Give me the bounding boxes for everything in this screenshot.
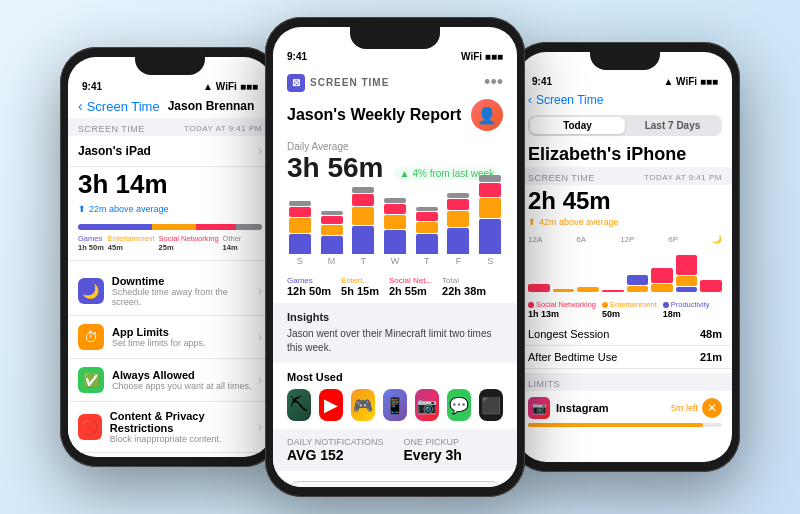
- content-privacy-sub: Block inappropriate content.: [110, 434, 258, 444]
- time-left: 9:41: [82, 81, 102, 92]
- app-limits-icon: ⏱: [78, 324, 104, 350]
- bar-entertainment: [152, 224, 196, 230]
- legend-social: Social Networking 1h 13m: [528, 300, 596, 319]
- segment-7days[interactable]: Last 7 Days: [625, 117, 720, 134]
- screen-time-section-label: SCREEN TIME Today at 9:41 PM: [68, 118, 272, 136]
- limit-bar-instagram: [528, 423, 722, 427]
- notif-pickup: One Pickup Every 3h: [404, 437, 462, 463]
- segment-today[interactable]: Today: [530, 117, 625, 134]
- today-label-left: Today at 9:41 PM: [184, 124, 262, 133]
- summary-games: Games 12h 50m: [287, 276, 331, 297]
- nav-back-left[interactable]: ‹ Screen Time Jason Brennan: [68, 96, 272, 118]
- downtime-icon: 🌙: [78, 278, 104, 304]
- st-logo: ⊠ SCREEN TIME: [287, 74, 389, 92]
- legend-productivity: Productivity 18m: [663, 300, 710, 319]
- legend-entertainment: Entertainment 50m: [602, 300, 657, 319]
- content-privacy-label: Content & Privacy Restrictions: [110, 410, 258, 434]
- limit-exceeded-icon: ✕: [702, 398, 722, 418]
- chart-bars: S M: [287, 196, 503, 266]
- right-chart: 12A 6A 12P 6P 🌙: [518, 231, 732, 296]
- time-used-left: 3h 14m: [68, 167, 272, 202]
- bar-labels-left: Games 1h 50m Entertainment 45m Social Ne…: [78, 234, 262, 252]
- app-icon-3: 🎮: [351, 389, 375, 421]
- app-icons-row: ⛏ ▶ 🎮 📱 📷 💬 ⬛: [287, 389, 503, 421]
- bar-other: [236, 224, 262, 230]
- app-limits-sub: Set time limits for apps.: [112, 338, 206, 348]
- device-row-left[interactable]: Jason's iPad ›: [68, 136, 272, 167]
- notif-daily: Daily Notifications AVG 152: [287, 437, 384, 463]
- above-avg-left: ⬆ 22m above average: [68, 202, 272, 220]
- notifications-row: Daily Notifications AVG 152 One Pickup E…: [273, 429, 517, 471]
- stat-longest-session: Longest Session 48m: [518, 323, 732, 346]
- legend-dot-entertainment: [602, 302, 608, 308]
- chart-day-0: S: [287, 201, 313, 266]
- limit-bar-fill: [528, 423, 703, 427]
- chevron-right-device: ›: [258, 144, 262, 158]
- summary-entertainment: Entert... 5h 15m: [341, 276, 379, 297]
- phone-center: 9:41 WiFi ■■■ ⊠ SCREEN TIME ••• Jason's …: [265, 17, 525, 497]
- app-icon-6: 💬: [447, 389, 471, 421]
- notch-right: [590, 52, 660, 70]
- manage-screen-time-button[interactable]: Manage Screen Time: [287, 481, 503, 487]
- status-icons-left: ▲ WiFi ■■■: [203, 81, 258, 92]
- always-allowed-sub: Choose apps you want at all times.: [112, 381, 252, 391]
- chart-day-2: T: [350, 187, 376, 266]
- stats-section: Longest Session 48m After Bedtime Use 21…: [518, 323, 732, 369]
- chart-day-4: T: [414, 207, 440, 266]
- app-icon-instagram: 📷: [415, 389, 439, 421]
- app-limits-label: App Limits: [112, 326, 206, 338]
- chevron-icon-left: ‹: [78, 98, 83, 114]
- notch-center: [350, 27, 440, 49]
- label-games: Games 1h 50m: [78, 234, 104, 252]
- segment-control: Today Last 7 Days: [528, 115, 722, 136]
- summary-social: Social Net... 2h 55m: [389, 276, 432, 297]
- notch-left: [135, 57, 205, 75]
- content-privacy-icon: 🚫: [78, 414, 102, 440]
- chart-day-1: M: [319, 211, 345, 266]
- app-icon-7: ⬛: [479, 389, 503, 421]
- screen-time-banner: ⊠ SCREEN TIME •••: [273, 66, 517, 97]
- instagram-label: Instagram: [556, 402, 609, 414]
- more-icon[interactable]: •••: [484, 72, 503, 93]
- phones-container: 9:41 ▲ WiFi ■■■ ‹ Screen Time Jason Bren…: [10, 17, 790, 497]
- legend-dot-social: [528, 302, 534, 308]
- above-avg-right: ⬆ 42m above average: [518, 217, 732, 231]
- insights-text: Jason went over their Minecraft limit tw…: [287, 327, 503, 355]
- app-icon-minecraft: ⛏: [287, 389, 311, 421]
- chart-summary: Games 12h 50m Entert... 5h 15m Social Ne…: [273, 270, 517, 303]
- center-screen: 9:41 WiFi ■■■ ⊠ SCREEN TIME ••• Jason's …: [273, 27, 517, 487]
- insights-title: Insights: [287, 311, 503, 323]
- limit-item-instagram: 📷 Instagram 5m left ✕: [518, 391, 732, 433]
- status-icons-center: WiFi ■■■: [461, 51, 503, 62]
- today-label-right: Today at 9:41 PM: [644, 173, 722, 182]
- usage-legend: Social Networking 1h 13m Entertainment 5…: [518, 296, 732, 323]
- usage-bars-left: Games 1h 50m Entertainment 45m Social Ne…: [68, 220, 272, 261]
- report-title: Jason's Weekly Report: [287, 106, 461, 124]
- arrow-icon-left: ⬆: [78, 204, 86, 214]
- app-icon-youtube: ▶: [319, 389, 343, 421]
- chart-day-3: W: [382, 198, 408, 266]
- chart-time-labels: 12A 6A 12P 6P 🌙: [528, 235, 722, 244]
- nav-back-label-left: Screen Time: [87, 99, 160, 114]
- always-allowed-item[interactable]: ✅ Always Allowed Choose apps you want at…: [68, 359, 272, 402]
- avatar-center: 👤: [471, 99, 503, 131]
- chart-day-5: F: [446, 193, 472, 266]
- app-icon-4: 📱: [383, 389, 407, 421]
- most-used-section: Most Used ⛏ ▶ 🎮 📱 📷 💬 ⬛: [273, 363, 517, 429]
- screen-time-section-right: SCREEN TIME Today at 9:41 PM: [518, 167, 732, 185]
- time-right: 9:41: [532, 76, 552, 87]
- bar-row-left: [78, 224, 262, 230]
- downtime-label: Downtime: [112, 275, 258, 287]
- time-used-right: 2h 45m: [518, 185, 732, 217]
- chart-day-6: S: [477, 175, 503, 266]
- downtime-item[interactable]: 🌙 Downtime Schedule time away from the s…: [68, 267, 272, 316]
- label-social: Social Networking 25m: [159, 234, 219, 252]
- nav-back-right[interactable]: ‹ Screen Time: [518, 91, 732, 111]
- weekly-chart: S M: [273, 188, 517, 270]
- st-icon: ⊠: [287, 74, 305, 92]
- content-privacy-item[interactable]: 🚫 Content & Privacy Restrictions Block i…: [68, 402, 272, 453]
- limit-left-text: 5m left: [671, 403, 698, 413]
- phone-left: 9:41 ▲ WiFi ■■■ ‹ Screen Time Jason Bren…: [60, 47, 280, 467]
- app-limits-item[interactable]: ⏱ App Limits Set time limits for apps. ›: [68, 316, 272, 359]
- bar-games: [78, 224, 152, 230]
